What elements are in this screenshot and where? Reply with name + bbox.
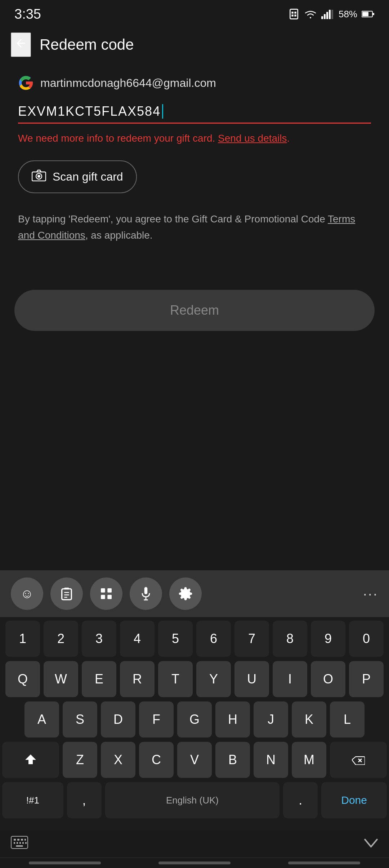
back-button[interactable] <box>11 32 31 57</box>
key-4[interactable]: 4 <box>120 621 155 657</box>
camera-icon <box>32 169 46 185</box>
svg-rect-25 <box>144 587 148 594</box>
comma-key[interactable]: , <box>67 782 102 818</box>
status-icons: 58% <box>288 8 375 20</box>
key-c[interactable]: C <box>139 742 174 778</box>
code-input-wrapper: EXVM1KCT5FLAX584 <box>18 104 371 124</box>
emoji-toolbar-button[interactable]: ☺ <box>11 577 43 610</box>
nav-pill-right <box>288 862 360 864</box>
code-input-display[interactable]: EXVM1KCT5FLAX584 <box>18 104 161 119</box>
status-time: 3:35 <box>14 6 41 22</box>
keyboard-row-bottom: !#1 , English (UK) . Done <box>2 782 387 818</box>
keyboard-icon <box>11 836 28 852</box>
key-s[interactable]: S <box>63 701 97 738</box>
key-t[interactable]: T <box>158 661 193 697</box>
shift-key[interactable] <box>2 742 59 778</box>
key-9[interactable]: 9 <box>311 621 345 657</box>
key-b[interactable]: B <box>215 742 250 778</box>
svg-rect-1 <box>291 12 293 13</box>
account-row: martinmcdonagh6644@gmail.com <box>18 75 371 91</box>
done-key[interactable]: Done <box>321 782 387 818</box>
svg-rect-39 <box>22 842 24 844</box>
svg-rect-24 <box>107 595 112 599</box>
key-k[interactable]: K <box>292 701 326 738</box>
key-z[interactable]: Z <box>63 742 97 778</box>
error-message: We need more info to redeem your gift ca… <box>18 131 371 146</box>
key-v[interactable]: V <box>177 742 212 778</box>
backspace-key[interactable] <box>330 742 387 778</box>
svg-rect-32 <box>14 839 16 841</box>
chevron-down-icon[interactable] <box>364 836 378 852</box>
page-title: Redeem code <box>40 36 134 53</box>
key-x[interactable]: X <box>101 742 135 778</box>
svg-rect-6 <box>324 14 326 19</box>
key-l[interactable]: L <box>330 701 365 738</box>
terms-suffix: , as applicable. <box>85 230 153 241</box>
key-6[interactable]: 6 <box>196 621 231 657</box>
key-2[interactable]: 2 <box>44 621 78 657</box>
key-m[interactable]: M <box>292 742 326 778</box>
svg-rect-8 <box>329 10 331 19</box>
more-toolbar-button[interactable]: ··· <box>363 586 378 602</box>
keyboard-area: ☺ <box>0 570 389 868</box>
svg-rect-22 <box>107 588 112 593</box>
key-i[interactable]: I <box>273 661 307 697</box>
nav-bar <box>0 858 389 868</box>
svg-rect-40 <box>25 842 27 844</box>
key-1[interactable]: 1 <box>5 621 40 657</box>
keyboard-row-numbers: 1 2 3 4 5 6 7 8 9 0 <box>2 621 387 657</box>
svg-rect-2 <box>294 12 296 13</box>
symbols-key[interactable]: !#1 <box>2 782 63 818</box>
main-content: martinmcdonagh6644@gmail.com EXVM1KCT5FL… <box>0 64 389 254</box>
scan-button-label: Scan gift card <box>53 170 123 183</box>
battery-icon <box>362 10 375 18</box>
settings-toolbar-button[interactable] <box>169 577 202 610</box>
keyboard-row-qwerty: Q W E R T Y U I O P <box>2 661 387 697</box>
key-w[interactable]: W <box>44 661 78 697</box>
svg-rect-35 <box>24 839 26 841</box>
svg-rect-36 <box>14 842 15 844</box>
key-y[interactable]: Y <box>196 661 231 697</box>
key-8[interactable]: 8 <box>273 621 307 657</box>
key-o[interactable]: O <box>311 661 345 697</box>
key-q[interactable]: Q <box>5 661 40 697</box>
key-e[interactable]: E <box>82 661 116 697</box>
svg-rect-7 <box>326 12 328 19</box>
key-7[interactable]: 7 <box>234 621 269 657</box>
key-h[interactable]: H <box>215 701 250 738</box>
scan-gift-card-button[interactable]: Scan gift card <box>18 160 137 193</box>
send-details-link[interactable]: Send us details <box>218 133 287 144</box>
key-g[interactable]: G <box>177 701 212 738</box>
svg-rect-4 <box>294 14 296 16</box>
svg-rect-0 <box>290 9 298 19</box>
key-0[interactable]: 0 <box>349 621 384 657</box>
error-suffix: . <box>287 133 290 144</box>
key-n[interactable]: N <box>254 742 288 778</box>
key-f[interactable]: F <box>139 701 174 738</box>
terms-text: By tapping 'Redeem', you agree to the Gi… <box>18 211 371 244</box>
svg-rect-17 <box>62 589 72 600</box>
key-r[interactable]: R <box>120 661 155 697</box>
nav-pill-left <box>29 862 101 864</box>
key-p[interactable]: P <box>349 661 384 697</box>
grid-toolbar-button[interactable] <box>90 577 122 610</box>
text-cursor <box>162 104 163 119</box>
bottom-bar <box>0 830 389 858</box>
key-u[interactable]: U <box>234 661 269 697</box>
status-bar: 3:35 58% <box>0 0 389 25</box>
space-key[interactable]: English (UK) <box>105 782 280 818</box>
key-5[interactable]: 5 <box>158 621 193 657</box>
terms-prefix: By tapping 'Redeem', you agree to the Gi… <box>18 213 328 225</box>
redeem-button[interactable]: Redeem <box>14 290 375 331</box>
key-a[interactable]: A <box>24 701 59 738</box>
key-3[interactable]: 3 <box>82 621 116 657</box>
svg-rect-33 <box>17 839 19 841</box>
period-key[interactable]: . <box>283 782 318 818</box>
key-d[interactable]: D <box>101 701 135 738</box>
google-logo <box>18 75 34 91</box>
clipboard-toolbar-button[interactable] <box>50 577 83 610</box>
key-j[interactable]: J <box>254 701 288 738</box>
svg-rect-11 <box>362 12 368 16</box>
mic-toolbar-button[interactable] <box>130 577 162 610</box>
svg-rect-21 <box>101 588 105 593</box>
